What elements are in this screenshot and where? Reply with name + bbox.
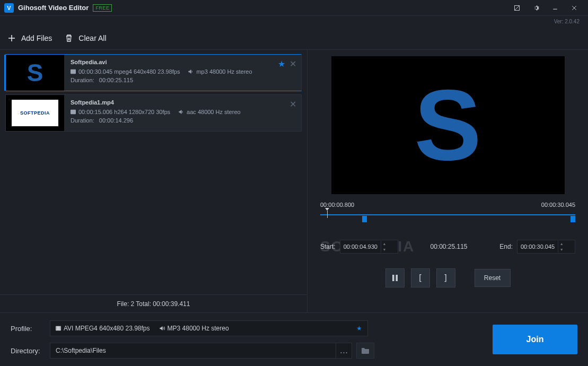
file-summary: File: 2 Total: 00:00:39.411	[0, 294, 307, 312]
end-handle[interactable]	[571, 216, 575, 222]
toolbar: Add Files Clear All	[0, 27, 588, 50]
directory-clear-button[interactable]: …	[336, 343, 352, 359]
file-thumbnail: S	[6, 55, 64, 91]
end-down-icon[interactable]: ▼	[558, 247, 565, 252]
svg-rect-12	[56, 328, 57, 328]
file-name: Softpedia.avi	[71, 59, 295, 65]
settings-icon[interactable]	[526, 0, 546, 15]
titlebar: V Gihosoft Video Editor FREE	[0, 0, 588, 16]
file-thumbnail: SOFTPEDIA	[6, 95, 64, 131]
start-handle[interactable]	[362, 216, 367, 222]
file-item[interactable]: SSoftpedia.avi00:00:30.045 mpeg4 640x480…	[5, 54, 302, 91]
video-icon	[71, 69, 76, 74]
start-time-field[interactable]: 00:00:04.930 ▲ ▼	[340, 240, 398, 254]
free-badge: FREE	[93, 4, 112, 12]
current-time: 00:00:00.800	[320, 202, 354, 208]
file-name: Softpedia1.mp4	[71, 99, 295, 106]
audio-icon	[179, 109, 184, 115]
add-files-button[interactable]: Add Files	[7, 34, 52, 42]
start-down-icon[interactable]: ▼	[381, 247, 388, 252]
video-icon	[71, 109, 76, 115]
app-title: Gihosoft Video Editor	[18, 4, 89, 12]
timeline-slider[interactable]	[320, 209, 575, 225]
profile-label: Profile:	[11, 325, 50, 333]
directory-label: Directory:	[11, 347, 50, 355]
playhead-handle[interactable]	[327, 211, 328, 218]
version-label: Ver: 2.0.42	[0, 16, 588, 27]
browse-button[interactable]	[356, 343, 374, 359]
svg-rect-6	[71, 69, 76, 74]
preview-panel: S 00:00:00.800 00:00:30.045 SOFTPEDIA St…	[308, 50, 588, 312]
set-start-button[interactable]: [	[411, 268, 430, 287]
app-logo-icon: V	[4, 3, 14, 13]
clear-all-button[interactable]: Clear All	[65, 34, 106, 42]
star-icon[interactable]: ★	[278, 59, 284, 65]
close-icon[interactable]: ✕	[289, 99, 296, 106]
svg-rect-14	[60, 327, 60, 327]
total-time: 00:00:30.045	[541, 202, 575, 208]
svg-rect-15	[60, 328, 60, 328]
minimize-button[interactable]	[546, 0, 565, 15]
mid-duration: 00:00:25.115	[430, 243, 467, 250]
file-item[interactable]: SOFTPEDIASoftpedia1.mp400:00:15.006 h264…	[5, 94, 302, 132]
close-icon[interactable]: ✕	[289, 59, 296, 65]
upgrade-icon[interactable]	[507, 0, 526, 15]
profile-select[interactable]: AVI MPEG4 640x480 23.98fps MP3 48000 Hz …	[50, 320, 368, 336]
pause-button[interactable]	[385, 268, 405, 287]
video-preview[interactable]: S	[331, 56, 565, 194]
svg-rect-16	[60, 329, 60, 329]
svg-rect-11	[56, 327, 57, 327]
audio-icon	[188, 69, 194, 74]
video-icon	[56, 326, 61, 331]
set-end-button[interactable]: ]	[436, 268, 455, 287]
start-label: Start:	[320, 243, 336, 250]
join-button[interactable]: Join	[493, 325, 577, 354]
svg-rect-13	[56, 329, 57, 329]
end-label: End:	[499, 243, 513, 250]
close-button[interactable]	[565, 0, 584, 15]
svg-rect-9	[396, 275, 398, 281]
end-time-field[interactable]: 00:00:30.045 ▲ ▼	[517, 240, 575, 254]
reset-button[interactable]: Reset	[475, 269, 511, 287]
start-up-icon[interactable]: ▲	[381, 241, 388, 247]
bottom-bar: Profile: AVI MPEG4 640x480 23.98fps MP3 …	[0, 312, 588, 366]
star-icon: ★	[356, 325, 362, 332]
svg-rect-8	[392, 275, 394, 281]
end-up-icon[interactable]: ▲	[558, 241, 565, 247]
directory-input[interactable]	[50, 343, 336, 359]
file-list-panel: SSoftpedia.avi00:00:30.045 mpeg4 640x480…	[0, 50, 308, 312]
audio-icon	[160, 326, 165, 331]
svg-rect-7	[71, 110, 76, 114]
